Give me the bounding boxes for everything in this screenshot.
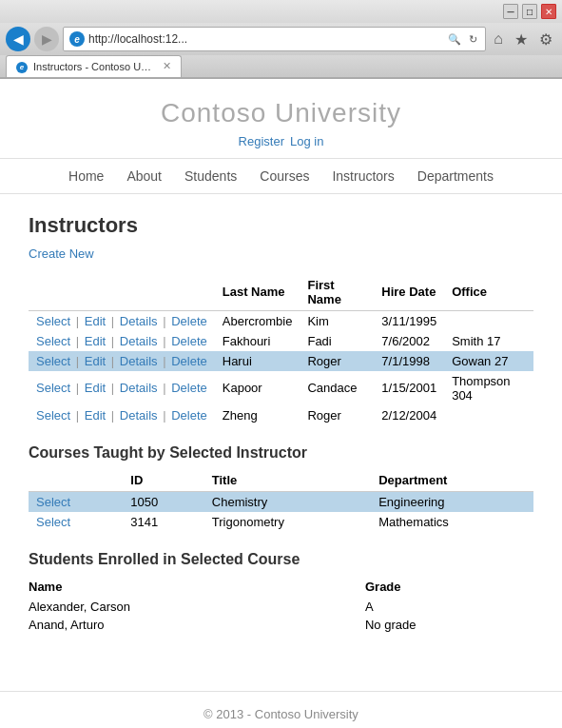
settings-button[interactable]: ⚙ <box>535 29 556 50</box>
col-first-name: First Name <box>300 274 374 311</box>
table-row: Select 1050 Chemistry Engineering <box>29 491 533 512</box>
course-department: Mathematics <box>371 512 533 532</box>
address-search-icon[interactable]: 🔍 <box>446 33 463 46</box>
site-nav: Home About Students Courses Instructors … <box>0 158 562 194</box>
select-link[interactable]: Select <box>36 408 70 423</box>
course-title: Chemistry <box>204 491 371 512</box>
address-refresh-icon[interactable]: ↻ <box>467 33 479 46</box>
minimize-button[interactable]: ─ <box>503 4 518 19</box>
students-header-row: Name Grade <box>29 576 533 598</box>
maximize-button[interactable]: □ <box>522 4 537 19</box>
col-actions <box>29 274 215 311</box>
delete-link[interactable]: Delete <box>171 314 207 328</box>
select-link[interactable]: Select <box>36 314 70 328</box>
course-select-link[interactable]: Select <box>36 515 70 529</box>
nav-departments[interactable]: Departments <box>417 168 494 184</box>
table-row: Select | Edit | Details | Delete Harui R… <box>29 351 533 371</box>
login-link[interactable]: Log in <box>290 134 323 148</box>
last-name: Fakhouri <box>215 331 300 351</box>
address-actions: 🔍 ↻ <box>446 33 479 46</box>
course-department: Engineering <box>371 491 533 512</box>
register-link[interactable]: Register <box>239 134 284 148</box>
active-tab[interactable]: e Instructors - Contoso Unive... ✕ <box>6 55 182 77</box>
back-button[interactable]: ◀ <box>6 27 30 51</box>
select-link[interactable]: Select <box>36 354 70 368</box>
hire-date: 7/6/2002 <box>374 331 444 351</box>
courses-section-heading: Courses Taught by Selected Instructor <box>29 444 533 462</box>
close-button[interactable]: ✕ <box>541 4 556 19</box>
col-select <box>29 469 123 492</box>
nav-instructors[interactable]: Instructors <box>332 168 394 184</box>
row-actions: Select | Edit | Details | Delete <box>29 351 215 371</box>
student-grade: No grade <box>365 616 533 634</box>
nav-courses[interactable]: Courses <box>260 168 309 184</box>
nav-bar: ◀ ▶ e http://localhost:12... 🔍 ↻ ⌂ ★ ⚙ <box>0 23 562 55</box>
select-link[interactable]: Select <box>36 381 70 395</box>
edit-link[interactable]: Edit <box>85 314 106 328</box>
page-wrapper: Contoso University Register Log in Home … <box>0 79 562 729</box>
table-row: Select | Edit | Details | Delete Fakhour… <box>29 331 533 351</box>
edit-link[interactable]: Edit <box>85 381 106 395</box>
row-actions: Select | Edit | Details | Delete <box>29 405 215 425</box>
edit-link[interactable]: Edit <box>85 334 106 348</box>
last-name: Harui <box>215 351 300 371</box>
nav-students[interactable]: Students <box>184 168 237 184</box>
tab-label: Instructors - Contoso Unive... <box>33 61 157 72</box>
nav-home[interactable]: Home <box>68 168 104 184</box>
home-button[interactable]: ⌂ <box>490 29 507 49</box>
first-name: Roger <box>300 351 374 371</box>
last-name: Abercrombie <box>215 310 300 331</box>
hire-date: 1/15/2001 <box>374 371 444 405</box>
course-title: Trigonometry <box>204 512 371 532</box>
tab-bar: e Instructors - Contoso Unive... ✕ <box>0 55 562 78</box>
details-link[interactable]: Details <box>120 334 158 348</box>
table-row: Alexander, Carson A <box>29 598 533 616</box>
tab-close-icon[interactable]: ✕ <box>163 60 171 72</box>
first-name: Kim <box>300 310 374 331</box>
delete-link[interactable]: Delete <box>171 334 207 348</box>
details-link[interactable]: Details <box>120 314 158 328</box>
delete-link[interactable]: Delete <box>171 354 207 368</box>
address-bar[interactable]: e http://localhost:12... 🔍 ↻ <box>63 27 486 51</box>
address-text: http://localhost:12... <box>88 32 446 46</box>
col-name: Name <box>29 576 365 598</box>
office <box>444 405 533 425</box>
create-new-link[interactable]: Create New <box>29 246 94 261</box>
col-grade: Grade <box>365 576 533 598</box>
row-actions: Select | Edit | Details | Delete <box>29 310 215 331</box>
instructors-header-row: Last Name First Name Hire Date Office <box>29 274 533 311</box>
office: Smith 17 <box>444 331 533 351</box>
select-link[interactable]: Select <box>36 334 70 348</box>
row-actions: Select | Edit | Details | Delete <box>29 371 215 405</box>
office <box>444 310 533 331</box>
site-footer: © 2013 - Contoso University <box>0 691 562 729</box>
site-header: Contoso University Register Log in <box>0 79 562 158</box>
col-last-name: Last Name <box>215 274 300 311</box>
col-id: ID <box>123 469 204 492</box>
student-name: Alexander, Carson <box>29 598 365 616</box>
students-section-heading: Students Enrolled in Selected Course <box>29 551 533 568</box>
table-row: Select 3141 Trigonometry Mathematics <box>29 512 533 532</box>
last-name: Kapoor <box>215 371 300 405</box>
hire-date: 2/12/2004 <box>374 405 444 425</box>
page-heading: Instructors <box>29 213 533 238</box>
site-title: Contoso University <box>0 98 562 128</box>
nav-about[interactable]: About <box>126 168 162 184</box>
student-grade: A <box>365 598 533 616</box>
details-link[interactable]: Details <box>120 354 158 368</box>
title-bar: ─ □ ✕ <box>0 0 562 23</box>
office: Gowan 27 <box>444 351 533 371</box>
course-select-link[interactable]: Select <box>36 495 70 509</box>
delete-link[interactable]: Delete <box>171 381 207 395</box>
favorites-button[interactable]: ★ <box>511 29 532 50</box>
details-link[interactable]: Details <box>120 408 158 423</box>
table-row: Select | Edit | Details | Delete Abercro… <box>29 310 533 331</box>
title-bar-buttons: ─ □ ✕ <box>503 4 556 19</box>
first-name: Roger <box>300 405 374 425</box>
edit-link[interactable]: Edit <box>85 408 106 423</box>
delete-link[interactable]: Delete <box>171 408 207 423</box>
details-link[interactable]: Details <box>120 381 158 395</box>
forward-button[interactable]: ▶ <box>34 27 59 51</box>
edit-link[interactable]: Edit <box>85 354 106 368</box>
table-row: Select | Edit | Details | Delete Kapoor … <box>29 371 533 405</box>
